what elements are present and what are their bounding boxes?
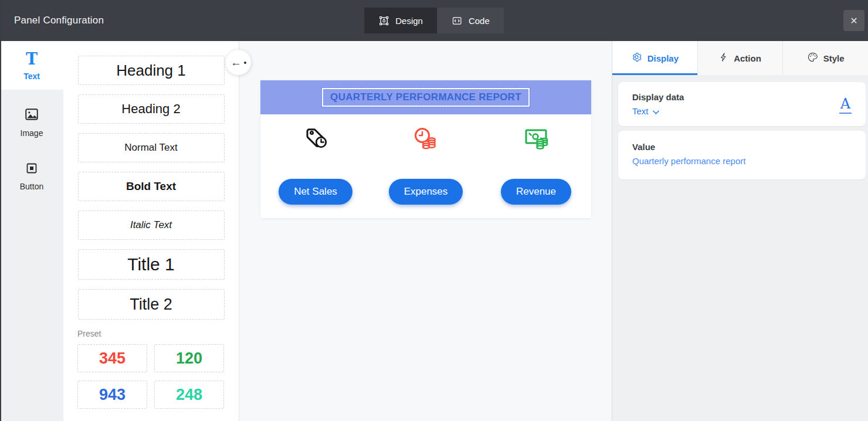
- window-edge: [0, 0, 1, 421]
- tab-display[interactable]: Display: [612, 41, 698, 75]
- text-tile-italic-text[interactable]: Italic Text: [78, 210, 225, 240]
- text-tile-heading-1[interactable]: Heading 1: [78, 56, 225, 85]
- palette-icon: [807, 52, 818, 64]
- panel-preview-card[interactable]: QUARTERLY PERFORMANCE REPORT: [260, 80, 591, 218]
- tab-display-label: Display: [647, 53, 679, 63]
- value-card: Value Quarterly performance report: [618, 131, 866, 179]
- display-data-value: Text: [632, 106, 649, 116]
- rail-item-text[interactable]: T Text: [0, 41, 63, 90]
- gear-icon: [631, 52, 642, 64]
- display-data-label: Display data: [632, 92, 684, 102]
- image-icon: [24, 107, 39, 124]
- text-tile-bold-text[interactable]: Bold Text: [78, 172, 225, 201]
- tab-design[interactable]: Design: [364, 8, 437, 33]
- lightning-bolt-icon: [719, 52, 728, 64]
- icon-row: [260, 125, 591, 153]
- tab-style-label: Style: [823, 53, 845, 63]
- design-pen-frame-icon: [378, 15, 389, 26]
- main-area: T Text Image: [0, 41, 868, 421]
- rail-item-button-label: Button: [20, 182, 43, 191]
- tab-style[interactable]: Style: [783, 41, 868, 75]
- preset-number-tile[interactable]: 120: [154, 344, 224, 372]
- chevron-down-icon: [653, 106, 659, 116]
- dot-icon: [244, 62, 246, 64]
- arrow-left-icon: ←: [230, 57, 242, 68]
- dialog-title: Panel Configuration: [14, 15, 104, 26]
- rail-item-image-label: Image: [21, 128, 43, 138]
- tab-code-label: Code: [469, 16, 490, 26]
- inspector-panel: Display Action: [612, 41, 868, 421]
- value-link[interactable]: Quarterly performance report: [632, 156, 852, 166]
- preset-number-tile[interactable]: 943: [77, 381, 147, 409]
- preset-number-tile[interactable]: 248: [154, 381, 224, 409]
- canvas-button-revenue[interactable]: Revenue: [501, 179, 571, 205]
- collapse-panel-button[interactable]: ←: [226, 50, 251, 75]
- topbar: Panel Configuration Design: [0, 0, 868, 41]
- inspector-tabs: Display Action: [612, 41, 868, 75]
- code-brackets-icon: [451, 15, 463, 26]
- text-elements-panel: Heading 1 Heading 2 Normal Text Bold Tex…: [63, 41, 239, 421]
- panel-title-text[interactable]: QUARTERLY PERFORMANCE REPORT: [322, 88, 530, 107]
- rail-item-text-label: Text: [23, 72, 40, 81]
- text-tile-title-1[interactable]: Title 1: [78, 249, 225, 280]
- element-type-rail: T Text Image: [0, 41, 63, 421]
- canvas-button-expenses[interactable]: Expenses: [389, 179, 463, 205]
- text-tile-normal-text[interactable]: Normal Text: [78, 133, 225, 162]
- tab-action-label: Action: [734, 53, 761, 63]
- tab-design-label: Design: [395, 16, 423, 26]
- design-canvas[interactable]: QUARTERLY PERFORMANCE REPORT: [239, 41, 612, 421]
- button-icon: [25, 161, 39, 178]
- canvas-button-net-sales[interactable]: Net Sales: [279, 179, 352, 205]
- tag-clock-icon[interactable]: [260, 125, 371, 153]
- text-tile-heading-2[interactable]: Heading 2: [78, 94, 225, 124]
- tab-action[interactable]: Action: [698, 41, 784, 75]
- button-row: Net Sales Expenses Revenue: [260, 179, 591, 205]
- display-data-dropdown[interactable]: Text: [632, 106, 684, 116]
- preset-section-label: Preset: [77, 329, 239, 338]
- rail-item-button[interactable]: Button: [0, 151, 63, 200]
- panel-header-band[interactable]: QUARTERLY PERFORMANCE REPORT: [260, 80, 591, 114]
- value-label: Value: [632, 142, 852, 152]
- clock-coins-icon[interactable]: [371, 125, 481, 153]
- mode-tabs: Design Code: [364, 8, 504, 33]
- text-type-icon: T: [26, 51, 38, 67]
- text-tile-title-2[interactable]: Title 2: [78, 289, 225, 320]
- inspector-body: Display data Text A Value Q: [612, 75, 868, 184]
- display-data-card: Display data Text A: [618, 82, 866, 126]
- rail-item-image[interactable]: Image: [0, 97, 63, 147]
- tab-code[interactable]: Code: [437, 8, 504, 33]
- preset-grid: 345 120 943 248: [77, 344, 239, 409]
- close-icon: ✕: [850, 15, 857, 26]
- preset-number-tile[interactable]: 345: [77, 344, 147, 372]
- text-format-icon[interactable]: A: [839, 96, 852, 114]
- close-button[interactable]: ✕: [843, 10, 864, 31]
- cash-coins-icon[interactable]: [481, 125, 591, 153]
- selection-outline: QUARTERLY PERFORMANCE REPORT: [321, 87, 530, 107]
- panel-configuration-dialog: Panel Configuration Design: [0, 0, 868, 421]
